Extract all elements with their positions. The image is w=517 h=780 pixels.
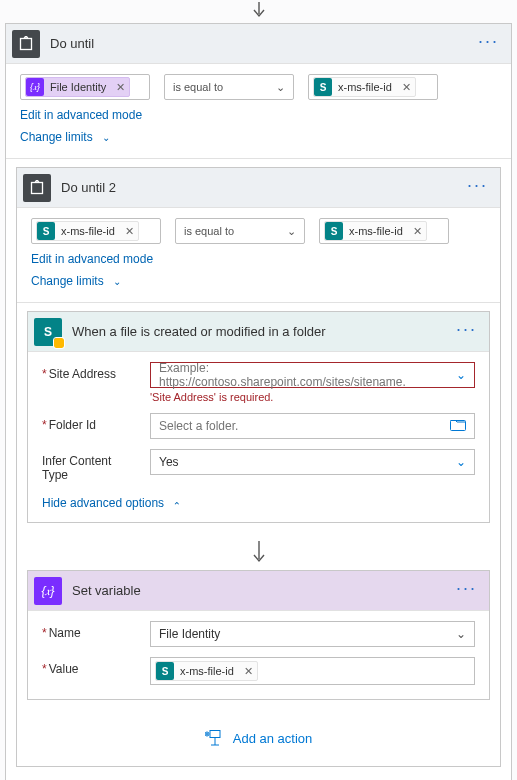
sharepoint-trigger-card: S When a file is created or modified in … bbox=[27, 311, 490, 523]
token-remove[interactable]: ✕ bbox=[116, 81, 125, 94]
change-limits-link[interactable]: Change limits bbox=[31, 274, 104, 288]
svg-rect-0 bbox=[21, 38, 32, 49]
card-title: Do until bbox=[50, 36, 468, 51]
sharepoint-icon: S bbox=[314, 78, 332, 96]
hide-advanced-row: Hide advanced options ⌄ bbox=[28, 496, 489, 522]
field-label: *Site Address bbox=[42, 362, 140, 381]
chevron-down-icon: ⌄ bbox=[456, 455, 466, 469]
card-header[interactable]: S When a file is created or modified in … bbox=[28, 312, 489, 352]
variable-value-input[interactable]: S x-ms-file-id ✕ bbox=[150, 657, 475, 685]
condition-row: S x-ms-file-id ✕ is equal to ⌄ S x-ms-fi… bbox=[17, 208, 500, 248]
field-site-address: *Site Address Example: https://contoso.s… bbox=[42, 362, 475, 403]
edit-advanced-mode-link[interactable]: Edit in advanced mode bbox=[20, 108, 142, 122]
field-label: *Name bbox=[42, 621, 140, 640]
placeholder-text: Select a folder. bbox=[159, 419, 238, 433]
add-action-label: Add an action bbox=[233, 731, 313, 746]
sharepoint-icon: S bbox=[156, 662, 174, 680]
add-step-icon bbox=[205, 730, 225, 746]
token-ms-file-id[interactable]: S x-ms-file-id ✕ bbox=[36, 221, 139, 241]
svg-text:{𝑥}: {𝑥} bbox=[30, 82, 40, 92]
divider bbox=[6, 158, 511, 159]
token-label: x-ms-file-id bbox=[338, 81, 392, 93]
card-menu-button[interactable]: ··· bbox=[478, 41, 499, 47]
field-value: *Value S x-ms-file-id ✕ bbox=[42, 657, 475, 685]
site-address-dropdown[interactable]: Example: https://contoso.sharepoint.com/… bbox=[150, 362, 475, 388]
field-name: *Name File Identity ⌄ bbox=[42, 621, 475, 647]
folder-id-picker[interactable]: Select a folder. bbox=[150, 413, 475, 439]
placeholder-text: Example: https://contoso.sharepoint.com/… bbox=[159, 361, 456, 389]
card-title: When a file is created or modified in a … bbox=[72, 324, 446, 339]
condition-left[interactable]: {𝑥} File Identity ✕ bbox=[20, 74, 150, 100]
sharepoint-icon: S bbox=[37, 222, 55, 240]
field-infer-content-type: Infer Content Type Yes ⌄ bbox=[42, 449, 475, 482]
folder-picker-icon[interactable] bbox=[450, 419, 466, 434]
token-label: File Identity bbox=[50, 81, 106, 93]
operator-dropdown[interactable]: is equal to ⌄ bbox=[175, 218, 305, 244]
condition-right[interactable]: S x-ms-file-id ✕ bbox=[308, 74, 438, 100]
flow-arrow-in bbox=[0, 0, 517, 23]
divider bbox=[17, 302, 500, 303]
card-menu-button[interactable]: ··· bbox=[456, 588, 477, 594]
token-ms-file-id[interactable]: S x-ms-file-id ✕ bbox=[324, 221, 427, 241]
token-label: x-ms-file-id bbox=[349, 225, 403, 237]
chevron-down-icon: ⌄ bbox=[102, 132, 110, 143]
token-ms-file-id[interactable]: S x-ms-file-id ✕ bbox=[313, 77, 416, 97]
token-remove[interactable]: ✕ bbox=[402, 81, 411, 94]
sharepoint-icon: S bbox=[325, 222, 343, 240]
chevron-down-icon: ⌄ bbox=[113, 276, 121, 287]
svg-rect-5 bbox=[210, 731, 220, 738]
card-header[interactable]: Do until ··· bbox=[6, 24, 511, 64]
chevron-down-icon: ⌄ bbox=[276, 81, 285, 94]
operator-label: is equal to bbox=[184, 225, 234, 237]
error-message: 'Site Address' is required. bbox=[150, 391, 475, 403]
token-file-identity[interactable]: {𝑥} File Identity ✕ bbox=[25, 77, 130, 97]
card-title: Set variable bbox=[72, 583, 446, 598]
add-action-button[interactable]: Add an action bbox=[17, 716, 500, 762]
variable-icon: {𝑥} bbox=[26, 78, 44, 96]
token-remove[interactable]: ✕ bbox=[244, 665, 253, 678]
do-until-card: Do until ··· {𝑥} File Identity ✕ is equa… bbox=[5, 23, 512, 780]
form: *Name File Identity ⌄ *Value bbox=[28, 611, 489, 699]
operator-label: is equal to bbox=[173, 81, 223, 93]
field-label: Infer Content Type bbox=[42, 449, 140, 482]
variable-icon: {𝑥} bbox=[34, 577, 62, 605]
loop-icon bbox=[23, 174, 51, 202]
chevron-down-icon: ⌄ bbox=[456, 627, 466, 641]
flow-arrow bbox=[17, 539, 500, 570]
operator-dropdown[interactable]: is equal to ⌄ bbox=[164, 74, 294, 100]
card-body: {𝑥} File Identity ✕ is equal to ⌄ S x-ms… bbox=[6, 64, 511, 780]
token-remove[interactable]: ✕ bbox=[125, 225, 134, 238]
card-header[interactable]: {𝑥} Set variable ··· bbox=[28, 571, 489, 611]
dropdown-value: File Identity bbox=[159, 627, 220, 641]
condition-right[interactable]: S x-ms-file-id ✕ bbox=[319, 218, 449, 244]
do-until-2-card: Do until 2 ··· S x-ms-file-id ✕ is equal… bbox=[16, 167, 501, 767]
chevron-down-icon: ⌄ bbox=[287, 225, 296, 238]
card-header[interactable]: Do until 2 ··· bbox=[17, 168, 500, 208]
card-menu-button[interactable]: ··· bbox=[456, 329, 477, 335]
condition-left[interactable]: S x-ms-file-id ✕ bbox=[31, 218, 161, 244]
token-label: x-ms-file-id bbox=[61, 225, 115, 237]
infer-content-type-dropdown[interactable]: Yes ⌄ bbox=[150, 449, 475, 475]
advanced-mode-link-row: Edit in advanced mode bbox=[17, 248, 500, 270]
form: *Site Address Example: https://contoso.s… bbox=[28, 352, 489, 496]
change-limits-link-row: Change limits ⌄ bbox=[17, 270, 500, 296]
variable-name-dropdown[interactable]: File Identity ⌄ bbox=[150, 621, 475, 647]
svg-rect-2 bbox=[32, 182, 43, 193]
chevron-up-icon: ⌄ bbox=[173, 500, 181, 511]
advanced-mode-link-row: Edit in advanced mode bbox=[6, 104, 511, 126]
field-label: *Value bbox=[42, 657, 140, 676]
change-limits-link[interactable]: Change limits bbox=[20, 130, 93, 144]
svg-text:{𝑥}: {𝑥} bbox=[41, 584, 54, 598]
hide-advanced-options-link[interactable]: Hide advanced options bbox=[42, 496, 164, 510]
token-ms-file-id[interactable]: S x-ms-file-id ✕ bbox=[155, 661, 258, 681]
condition-row: {𝑥} File Identity ✕ is equal to ⌄ S x-ms… bbox=[6, 64, 511, 104]
set-variable-card: {𝑥} Set variable ··· *Name File Identity… bbox=[27, 570, 490, 700]
edit-advanced-mode-link[interactable]: Edit in advanced mode bbox=[31, 252, 153, 266]
sharepoint-icon: S bbox=[34, 318, 62, 346]
dropdown-value: Yes bbox=[159, 455, 179, 469]
lightning-badge-icon bbox=[54, 338, 64, 348]
token-label: x-ms-file-id bbox=[180, 665, 234, 677]
card-body: S x-ms-file-id ✕ is equal to ⌄ S x-ms-fi… bbox=[17, 208, 500, 766]
token-remove[interactable]: ✕ bbox=[413, 225, 422, 238]
card-menu-button[interactable]: ··· bbox=[467, 185, 488, 191]
